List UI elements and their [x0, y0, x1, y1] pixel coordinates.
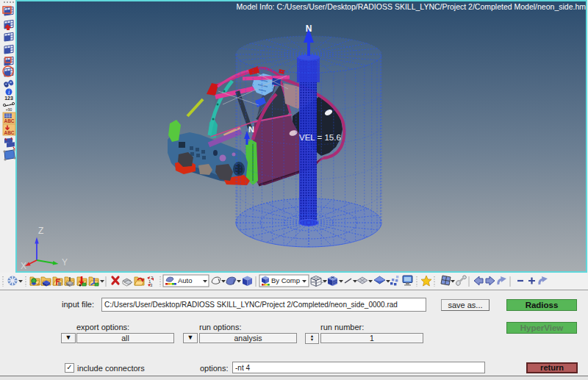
svg-text:N: N [306, 24, 312, 34]
svg-text:X: X [21, 261, 26, 271]
svg-text:Z: Z [38, 226, 43, 236]
svg-text:ABC: ABC [4, 118, 14, 123]
svg-text:Y: Y [62, 257, 68, 268]
svg-text:VEL = 15.6: VEL = 15.6 [299, 133, 341, 142]
svg-text:Model Info: C:/Users/User/Desk: Model Info: C:/Users/User/Desktop/RADIOS… [237, 2, 587, 11]
svg-text:ABC: ABC [4, 130, 14, 135]
svg-text:By Comp: By Comp [271, 276, 300, 284]
svg-text:i: i [8, 89, 10, 96]
svg-text:Auto: Auto [178, 276, 193, 284]
svg-text:123: 123 [4, 96, 13, 101]
svg-text:N: N [248, 125, 254, 134]
svg-text:+90: +90 [6, 107, 12, 112]
svg-text:3: 3 [150, 283, 153, 287]
